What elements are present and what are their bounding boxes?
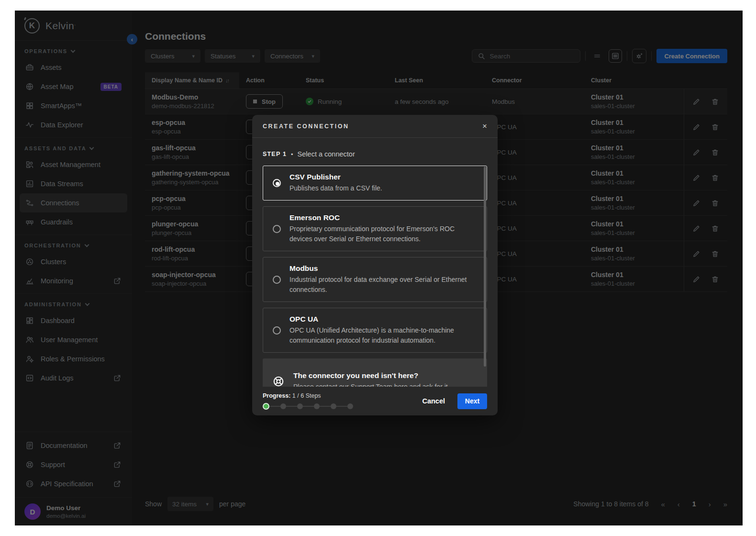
step-indicator: STEP 1 • Select a connector — [263, 150, 487, 158]
progress-value: 1 / 6 Steps — [292, 392, 321, 399]
connector-option-csv-publisher[interactable]: CSV Publisher Publishes data from a CSV … — [263, 166, 487, 201]
radio-icon[interactable] — [273, 326, 281, 335]
progress-step-dot — [347, 403, 353, 409]
create-connection-modal: CREATE CONNECTION × STEP 1 • Select a co… — [252, 115, 498, 415]
radio-icon[interactable] — [273, 225, 281, 233]
close-icon[interactable]: × — [482, 122, 487, 131]
help-description: Please contact our Support Team here and… — [293, 382, 450, 387]
modal-footer: Progress: 1 / 6 Steps Cancel Next — [252, 387, 498, 415]
connector-help-card[interactable]: The connector you need isn't here? Pleas… — [263, 358, 487, 387]
progress-dots — [263, 403, 353, 410]
option-description: Industrial protocol for data exchange ov… — [289, 275, 477, 295]
progress-step-dot — [297, 403, 303, 409]
bullet: • — [291, 151, 293, 158]
option-title: CSV Publisher — [289, 173, 382, 181]
progress: Progress: 1 / 6 Steps — [263, 392, 353, 410]
modal-scrollbar[interactable] — [484, 167, 486, 367]
option-title: Emerson ROC — [289, 213, 477, 222]
lifebuoy-icon — [272, 375, 285, 387]
option-title: OPC UA — [289, 315, 477, 324]
progress-step-dot — [280, 403, 286, 409]
connector-option-emerson-roc[interactable]: Emerson ROC Proprietary communication pr… — [263, 206, 487, 251]
progress-label: Progress: — [263, 392, 290, 399]
step-label: STEP 1 — [263, 151, 287, 157]
progress-step-dot — [314, 403, 320, 409]
modal-header: CREATE CONNECTION × — [252, 115, 498, 138]
modal-title: CREATE CONNECTION — [263, 123, 349, 130]
connector-options-list: CSV Publisher Publishes data from a CSV … — [263, 166, 487, 387]
progress-step-dot — [263, 403, 269, 410]
option-title: Modbus — [289, 264, 477, 273]
option-description: Proprietary communication protocol for E… — [289, 224, 477, 244]
connector-option-opc-ua[interactable]: OPC UA OPC UA (Unified Architecture) is … — [263, 308, 487, 353]
help-title: The connector you need isn't here? — [293, 371, 450, 380]
option-description: Publishes data from a CSV file. — [289, 183, 382, 193]
progress-step-dot — [331, 403, 336, 409]
step-description: Select a connector — [298, 150, 355, 158]
cancel-button[interactable]: Cancel — [422, 397, 445, 405]
next-button[interactable]: Next — [457, 393, 487, 409]
connector-option-modbus[interactable]: Modbus Industrial protocol for data exch… — [263, 257, 487, 302]
radio-icon[interactable] — [273, 276, 281, 284]
option-description: OPC UA (Unified Architecture) is a machi… — [289, 325, 477, 346]
radio-selected-icon[interactable] — [273, 179, 281, 187]
